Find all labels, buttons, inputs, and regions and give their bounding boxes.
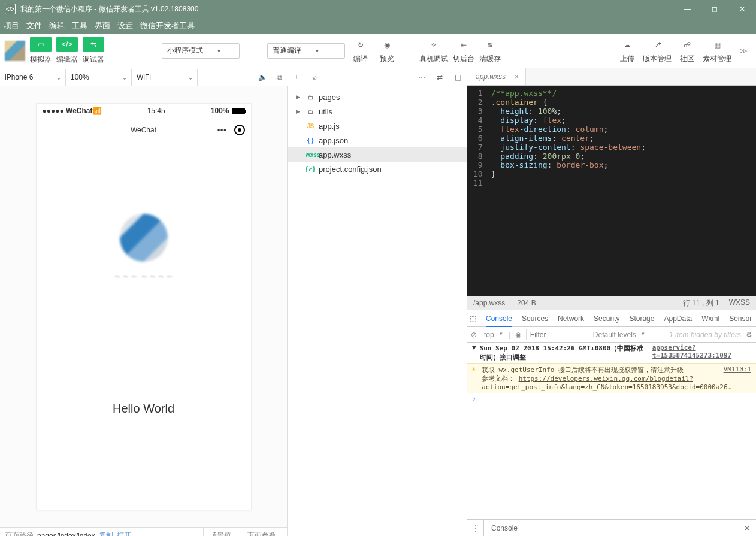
mute-icon[interactable]: 🔈 <box>254 73 271 81</box>
remote-label: 真机调试 <box>419 54 448 64</box>
status-position: 行 11 , 列 1 <box>683 298 719 308</box>
devtools-tab-wxml[interactable]: Wxml <box>701 314 719 323</box>
simulator-label: 模拟器 <box>30 54 52 65</box>
context-select[interactable]: top <box>482 331 504 339</box>
devtools-panel: ⬚ Console Sources Network Security Stora… <box>467 310 756 536</box>
compile-mode-dropdown[interactable]: 普通编译 <box>267 43 345 59</box>
network-select[interactable]: WiFi <box>132 69 198 86</box>
filter-input[interactable] <box>526 329 586 340</box>
user-avatar-icon[interactable] <box>5 41 25 61</box>
hidden-items-text: 1 item hidden by filters <box>669 331 741 339</box>
devtools-tab-console[interactable]: Console <box>486 310 512 327</box>
menu-wechat-devtools[interactable]: 微信开发者工具 <box>140 20 195 31</box>
tree-item-pages[interactable]: ▶🗀pages <box>288 90 467 104</box>
popout-icon[interactable]: ⧉ <box>271 73 288 81</box>
devtools-tab-network[interactable]: Network <box>558 314 584 323</box>
search-icon[interactable]: ⌕ <box>306 69 323 86</box>
more-icon[interactable]: ≫ <box>736 47 751 55</box>
upload-icon[interactable]: ☁ <box>616 37 638 53</box>
warn-source-link[interactable]: VM110:1 <box>724 365 751 373</box>
split-icon[interactable]: ◫ <box>449 69 467 86</box>
editor-tab-active[interactable]: app.wxss ✕ <box>467 68 526 85</box>
warn-doc-link[interactable]: https://developers.weixin.qq.com/blogdet… <box>482 375 731 391</box>
status-path: /app.wxss <box>473 299 505 307</box>
tree-item-app-json[interactable]: { }app.json <box>288 133 467 147</box>
clear-console-icon[interactable]: ⊘ <box>471 331 477 339</box>
version-icon[interactable]: ⎇ <box>646 37 668 53</box>
simulator-button[interactable]: ▭ <box>30 37 52 52</box>
debugger-button[interactable]: ⇆ <box>83 37 104 52</box>
drawer-close-icon[interactable]: ✕ <box>738 524 756 532</box>
status-size: 204 B <box>517 299 536 307</box>
menu-file[interactable]: 文件 <box>26 20 42 31</box>
wifi-icon: 📶 <box>93 107 102 115</box>
editor-button[interactable]: </> <box>56 37 78 52</box>
tree-item-project-config-json[interactable]: {✓}project.config.json <box>288 162 467 176</box>
console-output[interactable]: ▼ Sun Sep 02 2018 15:42:26 GMT+0800（中国标准… <box>467 343 756 519</box>
device-select[interactable]: iPhone 6 <box>0 69 66 86</box>
zoom-select[interactable]: 100% <box>66 69 132 86</box>
drawer-console-tab[interactable]: Console <box>484 520 525 537</box>
window-title: 我的第一个微信小程序 - 微信开发者工具 v1.02.1808300 <box>20 4 198 14</box>
close-tab-icon[interactable]: ✕ <box>514 73 519 81</box>
community-icon[interactable]: ☍ <box>676 37 698 53</box>
debugger-label: 调试器 <box>83 54 104 65</box>
upload-label: 上传 <box>620 54 634 64</box>
drawer-more-icon[interactable]: ⋮ <box>467 520 484 537</box>
capsule-menu-icon[interactable]: ••• <box>217 126 227 134</box>
compile-label: 编译 <box>353 54 368 64</box>
log-levels-select[interactable]: Default levels <box>591 331 646 339</box>
code-editor[interactable]: 1234567891011 /**app.wxss**/ .container … <box>467 86 756 296</box>
tree-item-app-js[interactable]: JSapp.js <box>288 119 467 133</box>
user-avatar-image <box>120 214 168 262</box>
page-path-label: 页面路径 <box>5 531 34 536</box>
toolbar: ▭模拟器 </>编辑器 ⇆调试器 小程序模式 普通编译 ↻编译 ◉预览 ✧真机调… <box>0 34 756 68</box>
menu-view[interactable]: 界面 <box>95 20 110 31</box>
tree-item-utils[interactable]: ▶🗀utils <box>288 104 467 119</box>
add-file-button[interactable]: ＋ <box>288 69 306 86</box>
minimize-button[interactable]: — <box>673 0 701 18</box>
devtools-tab-security[interactable]: Security <box>594 314 619 323</box>
inspect-icon[interactable]: ⬚ <box>470 314 476 323</box>
background-icon[interactable]: ⇤ <box>453 37 474 53</box>
menu-settings[interactable]: 设置 <box>117 20 133 31</box>
log-source-link[interactable]: appservice?t=1535874145273:1097 <box>652 344 751 362</box>
compile-icon[interactable]: ↻ <box>350 37 371 53</box>
editor-label: 编辑器 <box>56 54 78 65</box>
version-label: 版本管理 <box>643 54 672 64</box>
settings-icon[interactable]: ⇄ <box>431 69 449 86</box>
gear-icon[interactable]: ⚙ <box>746 331 752 339</box>
remote-debug-icon[interactable]: ✧ <box>423 37 444 53</box>
menu-project[interactable]: 项目 <box>4 20 19 31</box>
close-window-button[interactable]: ✕ <box>728 0 756 18</box>
console-prompt[interactable]: › <box>467 393 756 404</box>
group-toggle-icon[interactable]: ▼ <box>472 344 476 362</box>
nickname-text: ～～～ ～～～～ <box>113 271 174 282</box>
clear-cache-icon[interactable]: ≋ <box>479 37 501 53</box>
maximize-button[interactable]: ◻ <box>701 0 728 18</box>
status-language: WXSS <box>729 298 750 308</box>
mode-dropdown[interactable]: 小程序模式 <box>162 43 240 59</box>
material-icon[interactable]: ▦ <box>706 37 728 53</box>
capsule-close-icon[interactable] <box>234 125 245 135</box>
devtools-tab-sensor[interactable]: Sensor <box>729 314 752 323</box>
page-params-button[interactable]: 页面参数 <box>241 528 282 537</box>
status-time: 15:45 <box>102 107 211 115</box>
open-link[interactable]: 打开 <box>117 531 131 536</box>
menu-bar: 项目 文件 编辑 工具 界面 设置 微信开发者工具 <box>0 18 756 34</box>
preview-icon[interactable]: ◉ <box>376 37 398 53</box>
tree-item-app-wxss[interactable]: wxssapp.wxss <box>288 147 467 162</box>
preview-label: 预览 <box>380 54 394 64</box>
scene-value-button[interactable]: 场景值 <box>203 528 237 537</box>
copy-link[interactable]: 复制 <box>99 531 113 536</box>
status-battery: 100% <box>211 107 229 115</box>
devtools-tab-storage[interactable]: Storage <box>629 314 654 323</box>
simulator-footer: 页面路径 pages/index/index 复制 打开 场景值 页面参数 <box>0 527 287 536</box>
menu-tools[interactable]: 工具 <box>72 20 87 31</box>
devtools-tab-sources[interactable]: Sources <box>522 314 548 323</box>
menu-edit[interactable]: 编辑 <box>49 20 65 31</box>
more-files-icon[interactable]: ⋯ <box>413 69 431 86</box>
clear-label: 清缓存 <box>479 54 501 64</box>
phone-preview: ●●●●● WeChat 📶 15:45 100% WeChat ••• <box>36 103 252 510</box>
devtools-tab-appdata[interactable]: AppData <box>664 314 692 323</box>
